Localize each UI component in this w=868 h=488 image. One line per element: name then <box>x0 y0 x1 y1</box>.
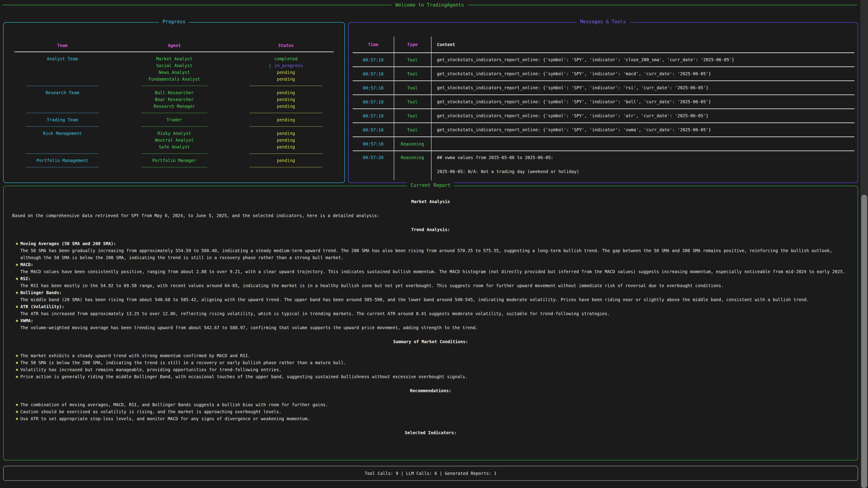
message-content: ## vwma values from 2025-05-06 to 2025-0… <box>431 154 855 175</box>
report-bullet-item: The 50 SMA is below the 200 SMA, indicat… <box>8 359 854 366</box>
group-separator <box>4 150 121 157</box>
report-bullet-term: MACD: <box>20 261 850 268</box>
message-time: 00:57:18 <box>352 71 394 76</box>
team-cell <box>4 103 121 109</box>
message-content: get_stockstats_indicators_report_online:… <box>431 126 855 133</box>
report-bullet-item: VWMA:The volume-weighted moving average … <box>8 317 854 331</box>
message-content: get_stockstats_indicators_report_online:… <box>431 98 855 105</box>
footer-panel: Tool Calls: 9 | LLM Calls: 6 | Generated… <box>3 466 858 481</box>
group-separator <box>121 164 227 170</box>
status-label: pending <box>277 70 295 75</box>
status-cell: pending <box>227 76 344 83</box>
agent-cell: Portfolio Manager <box>121 157 227 164</box>
messages-panel: Messages & Tools Time Type Content 00:57… <box>348 22 858 183</box>
progress-col-team: Team <box>4 42 121 49</box>
team-cell <box>4 96 121 103</box>
report-bullet-text: Volatility has increased but remains man… <box>20 366 850 373</box>
report-bullet-item: Caution should be exercised as volatilit… <box>8 408 854 415</box>
status-cell: pending <box>227 157 344 164</box>
team-cell: Research Team <box>4 89 121 96</box>
message-row: 00:57:18Toolget_stockstats_indicators_re… <box>352 81 855 94</box>
bullet-icon <box>16 306 18 308</box>
scrollbar-thumb[interactable] <box>861 195 867 488</box>
group-separator <box>121 109 227 116</box>
message-row: 00:57:18Toolget_stockstats_indicators_re… <box>352 67 855 80</box>
message-content-line: get_stockstats_indicators_report_online:… <box>437 98 852 105</box>
report-bullet-text: The 50 SMA is below the 200 SMA, indicat… <box>20 359 850 366</box>
message-type: Tool <box>394 86 431 90</box>
message-content: get_stockstats_indicators_report_online:… <box>431 56 855 63</box>
group-separator <box>4 164 121 170</box>
agent-cell: Safe Analyst <box>121 143 227 150</box>
report-bullet-item: MACD:The MACD values have been consisten… <box>8 261 854 275</box>
report-bullet-item: Volatility has increased but remains man… <box>8 366 854 373</box>
message-time: 00:57:18 <box>352 57 394 62</box>
report-section-heading: Trend Analysis: <box>8 226 854 233</box>
bullet-icon <box>16 418 18 420</box>
agent-cell: Bull Researcher <box>121 89 227 96</box>
message-content: get_stockstats_indicators_report_online:… <box>431 70 855 77</box>
group-separator <box>227 164 344 170</box>
message-type: Reasoning <box>394 141 431 147</box>
report-bullet-text: The 50 SMA has been gradually increasing… <box>20 247 850 261</box>
message-content-line: ## vwma values from 2025-05-06 to 2025-0… <box>437 154 852 161</box>
report-bullet-term: Moving Averages (50 SMA and 200 SMA): <box>20 240 850 247</box>
report-main-heading: Market Analysis <box>8 198 854 205</box>
message-type: Reasoning <box>394 154 431 161</box>
spinner-icon: ⡇ <box>269 63 272 68</box>
report-bullet-text: Caution should be exercised as volatilit… <box>20 408 850 415</box>
agent-cell: Market Analyst <box>121 55 227 62</box>
agent-cell: Trader <box>121 116 227 123</box>
status-cell: completed <box>227 55 344 62</box>
team-cell: Portfolio Management <box>4 157 121 164</box>
status-cell: pending <box>227 69 344 76</box>
group-separator <box>121 83 227 89</box>
status-label: completed <box>274 56 298 61</box>
message-row: 00:57:18Toolget_stockstats_indicators_re… <box>352 109 855 123</box>
bullet-icon <box>16 362 18 364</box>
report-bullet-text: The MACD values have been consistently p… <box>20 268 850 275</box>
message-time: 00:57:18 <box>352 99 394 104</box>
message-content-line: get_stockstats_indicators_report_online:… <box>437 70 852 77</box>
report-bullet-text: The ATR has increased from approximately… <box>20 310 850 317</box>
bullet-icon <box>16 355 18 357</box>
messages-col-time: Time <box>352 42 394 47</box>
status-cell: pending <box>227 116 344 123</box>
status-label: pending <box>277 138 295 142</box>
message-time: 00:57:18 <box>352 141 394 147</box>
report-bullet-item: RSI:The RSI has been mostly in the 54.92… <box>8 275 854 289</box>
scrollbar-track[interactable] <box>860 0 868 488</box>
agent-cell: Research Manager <box>121 103 227 109</box>
report-section-heading: Recommendations: <box>8 387 854 394</box>
message-content-line: get_stockstats_indicators_report_online:… <box>437 112 852 119</box>
status-cell: pending <box>227 130 344 137</box>
message-content-line: get_stockstats_indicators_report_online:… <box>437 126 852 133</box>
rule-line-left <box>2 5 392 5</box>
team-cell <box>4 137 121 143</box>
team-cell: Risk Management <box>4 130 121 137</box>
message-content-line: get_stockstats_indicators_report_online:… <box>437 56 852 63</box>
group-separator <box>227 150 344 157</box>
group-separator <box>4 109 121 116</box>
terminal-screen: Welcome to TradingAgents Progress Team A… <box>0 0 868 488</box>
bullet-icon <box>16 278 18 280</box>
progress-panel: Progress Team Agent Status Analyst TeamM… <box>3 22 345 183</box>
team-cell: Trading Team <box>4 116 121 123</box>
status-cell: ⡇in_progress <box>227 62 344 69</box>
report-bullet-item: The market exhibits a steady upward tren… <box>8 352 854 359</box>
message-row: 00:57:18Toolget_stockstats_indicators_re… <box>352 123 855 136</box>
group-separator <box>121 150 227 157</box>
report-bullet-text: The volume-weighted moving average has b… <box>20 324 850 331</box>
bullet-icon <box>16 264 18 266</box>
message-content-line <box>437 140 852 147</box>
message-time: 00:57:18 <box>352 113 394 119</box>
bullet-icon <box>16 369 18 371</box>
group-separator <box>121 123 227 130</box>
report-sections: Trend Analysis:Moving Averages (50 SMA a… <box>8 226 854 436</box>
status-cell: pending <box>227 143 344 150</box>
messages-col-type: Type <box>394 42 431 47</box>
message-content-line: 2025-06-05: N/A: Not a trading day (week… <box>437 168 852 175</box>
message-row: 00:57:18Toolget_stockstats_indicators_re… <box>352 53 855 66</box>
agent-cell: Risky Analyst <box>121 130 227 137</box>
message-type: Tool <box>394 71 431 76</box>
